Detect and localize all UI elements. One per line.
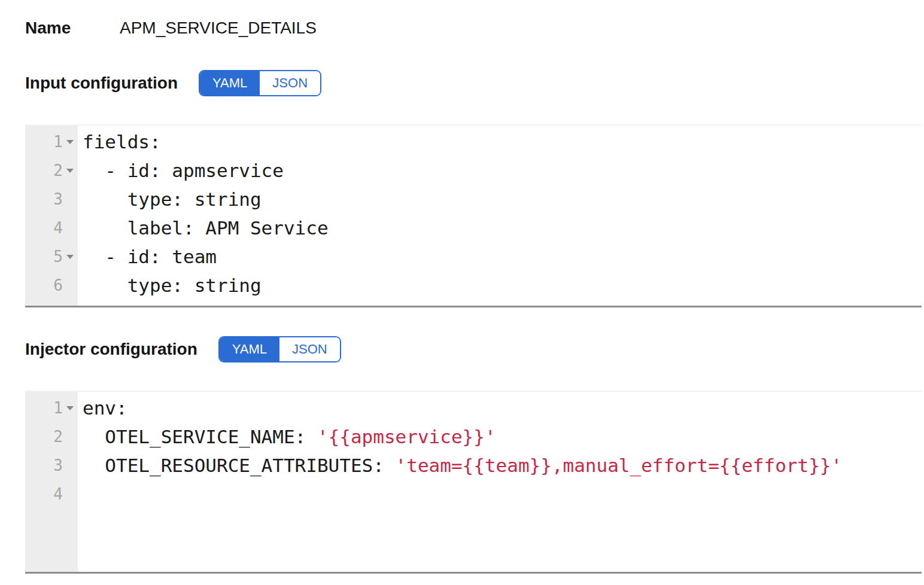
input-configuration-code-editor[interactable]: 1fields:2 - id: apmservice3 type: string… [25, 124, 922, 307]
name-value: APM_SERVICE_DETAILS [120, 18, 317, 38]
editor-line[interactable]: 1fields: [25, 127, 922, 156]
injector-configuration-heading: Injector configuration [25, 340, 197, 359]
template-editor-page: Name APM_SERVICE_DETAILS Input configura… [0, 18, 924, 574]
editor-line[interactable]: 1env: [25, 394, 922, 422]
editor-line[interactable]: 4 label: APM Service [25, 214, 922, 242]
line-number: 7 [25, 300, 78, 307]
input-json-button[interactable]: JSON [260, 71, 320, 95]
injector-yaml-button[interactable]: YAML [220, 337, 279, 361]
line-number: 4 [25, 214, 78, 242]
code-text: OTEL_SERVICE_NAME: '{{apmservice}}' [78, 422, 496, 451]
name-row: Name APM_SERVICE_DETAILS [25, 18, 922, 38]
fold-arrow-icon[interactable] [66, 169, 74, 173]
line-number: 2 [25, 156, 78, 185]
editor-line[interactable]: 7 label: Team Name [25, 300, 922, 307]
code-text: fields: [78, 127, 161, 156]
editor-line[interactable]: 2 OTEL_SERVICE_NAME: '{{apmservice}}' [25, 422, 922, 451]
injector-format-toggle-group: YAML JSON [218, 336, 341, 362]
code-text: - id: team [78, 242, 217, 271]
line-number: 1 [25, 394, 78, 422]
line-number: 4 [25, 480, 78, 508]
line-number: 3 [25, 451, 78, 480]
injector-json-button[interactable]: JSON [279, 337, 340, 361]
line-number: 5 [25, 242, 78, 271]
code-text: label: APM Service [78, 214, 329, 242]
input-format-toggle-group: YAML JSON [199, 70, 321, 96]
injector-configuration-code-editor[interactable]: 1env:2 OTEL_SERVICE_NAME: '{{apmservice}… [25, 391, 922, 574]
editor-line[interactable]: 4 [25, 480, 922, 508]
editor-line[interactable]: 3 OTEL_RESOURCE_ATTRIBUTES: 'team={{team… [25, 451, 922, 480]
line-number: 3 [25, 185, 78, 214]
line-number: 6 [25, 271, 78, 300]
editor-line[interactable]: 6 type: string [25, 271, 922, 300]
code-text: type: string [78, 271, 262, 300]
input-configuration-row: Input configuration YAML JSON [25, 70, 922, 96]
code-text [78, 480, 83, 508]
fold-arrow-icon[interactable] [66, 255, 74, 259]
name-label: Name [25, 18, 120, 38]
input-yaml-button[interactable]: YAML [200, 71, 260, 95]
line-number: 2 [25, 422, 78, 451]
input-configuration-heading: Input configuration [25, 74, 178, 93]
fold-arrow-icon[interactable] [66, 140, 74, 144]
injector-configuration-row: Injector configuration YAML JSON [25, 336, 922, 362]
code-text: - id: apmservice [78, 156, 284, 185]
code-text: label: Team Name [78, 300, 306, 307]
editor-line[interactable]: 5 - id: team [25, 242, 922, 271]
code-text: type: string [78, 185, 262, 214]
fold-arrow-icon[interactable] [66, 406, 74, 410]
code-text: env: [78, 394, 127, 422]
line-number: 1 [25, 127, 78, 156]
editor-line[interactable]: 3 type: string [25, 185, 922, 214]
code-text: OTEL_RESOURCE_ATTRIBUTES: 'team={{team}}… [78, 451, 842, 480]
editor-line[interactable]: 2 - id: apmservice [25, 156, 922, 185]
